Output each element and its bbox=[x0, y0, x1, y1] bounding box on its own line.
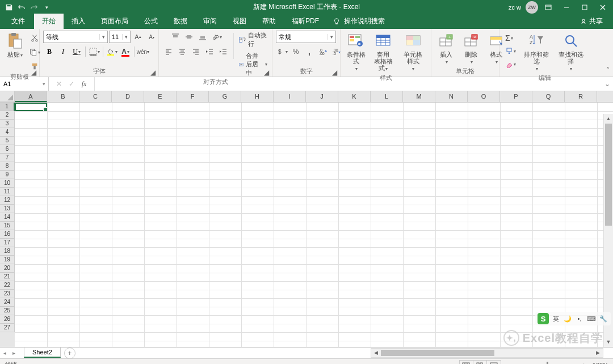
row-header[interactable]: 19 bbox=[0, 256, 15, 264]
scroll-right-button[interactable]: ▶ bbox=[593, 349, 603, 357]
number-format-dropdown[interactable]: 常规▾ bbox=[276, 31, 336, 43]
row-header[interactable]: 25 bbox=[0, 307, 15, 315]
user-avatar[interactable]: ZW bbox=[526, 1, 538, 14]
font-dialog-launcher[interactable]: ◢ bbox=[150, 69, 157, 75]
zoom-in-button[interactable]: + bbox=[580, 362, 587, 365]
align-top-button[interactable] bbox=[169, 31, 182, 43]
column-header[interactable]: E bbox=[144, 91, 177, 102]
add-sheet-button[interactable]: + bbox=[64, 348, 75, 359]
column-header[interactable]: F bbox=[177, 91, 209, 102]
decrease-font-button[interactable]: A▾ bbox=[145, 31, 158, 43]
tab-insert[interactable]: 插入 bbox=[64, 14, 93, 29]
insert-cells-button[interactable]: + 插入▾ bbox=[435, 31, 457, 67]
tab-formulas[interactable]: 公式 bbox=[136, 14, 166, 29]
tab-layout[interactable]: 页面布局 bbox=[93, 14, 136, 29]
row-header[interactable]: 11 bbox=[0, 188, 15, 196]
row-header[interactable]: 2 bbox=[0, 111, 15, 120]
ime-punct-icon[interactable]: •, bbox=[574, 314, 585, 324]
row-header[interactable]: 7 bbox=[0, 154, 15, 162]
row-header[interactable]: 16 bbox=[0, 230, 15, 239]
page-layout-view-button[interactable] bbox=[473, 361, 487, 365]
align-center-button[interactable] bbox=[176, 45, 188, 58]
vertical-scroll-thumb[interactable] bbox=[605, 124, 612, 226]
sheet-nav-prev[interactable]: ◂ bbox=[3, 350, 11, 356]
find-select-button[interactable]: 查找和选择▾ bbox=[555, 31, 587, 74]
row-header[interactable]: 6 bbox=[0, 145, 15, 154]
column-header[interactable]: L bbox=[371, 91, 403, 102]
scroll-down-button[interactable]: ▼ bbox=[604, 337, 613, 347]
underline-button[interactable]: U▾ bbox=[70, 45, 83, 58]
redo-icon[interactable] bbox=[28, 2, 40, 13]
align-bottom-button[interactable] bbox=[196, 31, 209, 43]
enter-formula-button[interactable]: ✓ bbox=[66, 78, 77, 90]
paste-button[interactable]: 粘贴▾ bbox=[3, 31, 26, 60]
alignment-dialog-launcher[interactable]: ◢ bbox=[264, 69, 271, 75]
column-header[interactable]: B bbox=[47, 91, 79, 102]
clear-button[interactable]: ▾ bbox=[503, 58, 518, 70]
row-header[interactable]: 23 bbox=[0, 290, 15, 298]
tab-foxit[interactable]: 福昕PDF bbox=[284, 14, 327, 29]
column-header[interactable]: D bbox=[112, 91, 144, 102]
sheet-nav-next[interactable]: ▸ bbox=[12, 350, 20, 356]
align-left-button[interactable] bbox=[162, 45, 175, 58]
horizontal-scrollbar[interactable]: ◀ ▶ bbox=[371, 348, 603, 358]
collapse-ribbon-button[interactable]: ˄ bbox=[606, 66, 610, 74]
normal-view-button[interactable] bbox=[460, 361, 473, 365]
ribbon-display-options-icon[interactable] bbox=[540, 1, 556, 14]
font-color-button[interactable]: A▾ bbox=[119, 45, 132, 58]
column-header[interactable]: N bbox=[435, 91, 468, 102]
user-name[interactable]: zc w bbox=[509, 4, 521, 11]
ime-settings-icon[interactable]: 🔧 bbox=[598, 314, 608, 324]
page-break-view-button[interactable] bbox=[487, 361, 501, 365]
row-header[interactable]: 3 bbox=[0, 120, 15, 128]
zoom-out-button[interactable]: − bbox=[506, 362, 514, 365]
row-header[interactable]: 17 bbox=[0, 239, 15, 247]
ime-keyboard-icon[interactable]: ⌨ bbox=[586, 314, 597, 324]
row-header[interactable]: 15 bbox=[0, 222, 15, 230]
column-header[interactable]: R bbox=[565, 91, 597, 102]
zoom-level[interactable]: 100% bbox=[593, 362, 608, 365]
orientation-button[interactable]: ab▾ bbox=[210, 31, 222, 43]
column-header[interactable]: C bbox=[79, 91, 112, 102]
row-header[interactable]: 26 bbox=[0, 315, 15, 324]
cut-button[interactable] bbox=[28, 32, 41, 44]
row-header[interactable]: 8 bbox=[0, 162, 15, 171]
bold-button[interactable]: B bbox=[43, 45, 56, 58]
insert-function-button[interactable]: fx bbox=[78, 78, 90, 90]
cells-area[interactable] bbox=[15, 103, 613, 347]
scroll-left-button[interactable]: ◀ bbox=[371, 349, 381, 357]
select-all-button[interactable] bbox=[0, 91, 15, 102]
tab-file[interactable]: 文件 bbox=[2, 14, 34, 29]
scroll-up-button[interactable]: ▲ bbox=[604, 114, 613, 124]
row-header[interactable]: 9 bbox=[0, 171, 15, 179]
font-size-dropdown[interactable]: 11▾ bbox=[109, 31, 131, 43]
ime-lang[interactable]: 英 bbox=[551, 314, 561, 324]
column-header[interactable]: G bbox=[209, 91, 241, 102]
tab-home[interactable]: 开始 bbox=[34, 14, 64, 29]
number-dialog-launcher[interactable]: ◢ bbox=[332, 69, 339, 75]
name-box-dropdown[interactable]: ▾ bbox=[40, 81, 48, 87]
tab-help[interactable]: 帮助 bbox=[254, 14, 284, 29]
save-icon[interactable] bbox=[3, 2, 15, 13]
tell-me-search[interactable]: 操作说明搜索 bbox=[327, 14, 391, 29]
sheet-tab-active[interactable]: Sheet2 bbox=[24, 348, 61, 358]
align-right-button[interactable] bbox=[190, 45, 202, 58]
accounting-format-button[interactable]: $▾ bbox=[276, 45, 288, 58]
delete-cells-button[interactable]: × 删除▾ bbox=[460, 31, 482, 67]
row-header[interactable]: 13 bbox=[0, 205, 15, 213]
share-button[interactable]: 共享 bbox=[576, 14, 607, 29]
row-header[interactable]: 27 bbox=[0, 324, 15, 332]
name-box-input[interactable] bbox=[0, 81, 40, 87]
column-header[interactable]: O bbox=[468, 91, 500, 102]
column-header[interactable]: H bbox=[241, 91, 274, 102]
phonetic-button[interactable]: wén▾ bbox=[137, 45, 149, 58]
row-header[interactable]: 1 bbox=[0, 103, 15, 111]
fill-color-button[interactable]: ▾ bbox=[106, 45, 118, 58]
format-as-table-button[interactable]: 套用 表格格式▾ bbox=[370, 31, 396, 74]
font-name-dropdown[interactable]: 等线▾ bbox=[43, 31, 108, 43]
row-header[interactable]: 22 bbox=[0, 281, 15, 290]
horizontal-scroll-thumb[interactable] bbox=[381, 350, 494, 356]
autosum-button[interactable]: Σ▾ bbox=[503, 32, 515, 44]
tab-review[interactable]: 审阅 bbox=[195, 14, 225, 29]
column-header[interactable]: J bbox=[306, 91, 338, 102]
